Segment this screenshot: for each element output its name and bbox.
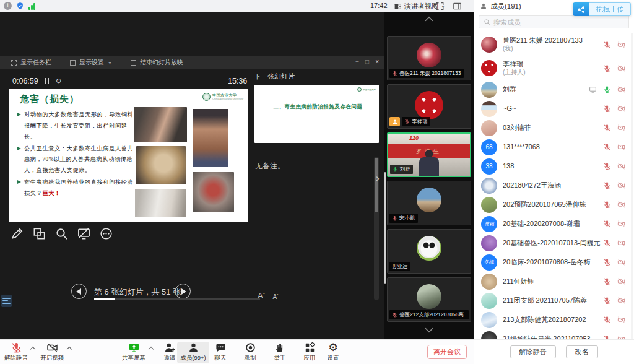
member-row[interactable]: 2021804272王海涵 [474, 176, 634, 195]
leave-meeting-button[interactable]: 离开会议 [427, 345, 467, 359]
info-icon[interactable]: i [4, 2, 12, 10]
video-options-chevron[interactable] [67, 346, 72, 351]
camera-off-icon[interactable] [617, 105, 625, 113]
mic-muted-icon[interactable] [603, 277, 611, 285]
mic-muted-icon[interactable] [603, 41, 611, 49]
camera-off-icon[interactable] [617, 220, 625, 228]
layout-icon[interactable] [452, 1, 462, 11]
mic-muted-icon[interactable] [603, 105, 611, 113]
scrollbar-thumb[interactable] [375, 158, 378, 212]
start-video-button[interactable]: 开启视频 [36, 342, 68, 362]
scroll-down-chevron-icon[interactable] [423, 327, 435, 334]
camera-off-icon[interactable] [617, 143, 625, 151]
member-row[interactable]: 03刘锦菲 [474, 118, 634, 137]
mic-muted-icon[interactable] [603, 316, 611, 324]
previous-slide-button[interactable] [71, 284, 87, 299]
mic-on-icon[interactable] [603, 85, 611, 93]
black-screen-icon[interactable] [77, 227, 91, 241]
member-search-box[interactable] [479, 15, 629, 28]
mic-muted-icon[interactable] [603, 124, 611, 132]
chat-button[interactable]: 聊天 [204, 342, 237, 362]
mic-muted-icon[interactable] [603, 201, 611, 209]
search-input[interactable] [493, 19, 624, 26]
mic-muted-icon[interactable] [603, 297, 611, 305]
member-row[interactable]: 谢霜 20基础-2020207008-谢霜 [474, 214, 634, 233]
camera-off-icon[interactable] [617, 239, 625, 247]
mic-muted-icon[interactable] [603, 239, 611, 247]
pen-tool-icon[interactable] [10, 227, 24, 241]
expand-panel-chevron-icon[interactable]: › [376, 172, 380, 184]
record-button[interactable]: 录制 [234, 342, 266, 362]
restart-timer-icon[interactable]: ↻ [55, 77, 61, 85]
member-row[interactable]: 李祥瑞(主持人) [474, 56, 634, 80]
camera-off-icon[interactable] [617, 297, 625, 305]
current-slide[interactable]: 危害（损失） 中国农业大学China Agricultural Universi… [9, 89, 248, 222]
camera-off-icon[interactable] [617, 41, 625, 49]
member-row[interactable]: 68 131****7068 [474, 137, 634, 157]
unmute-button[interactable]: 解除静音 [510, 345, 556, 358]
network-signal-icon[interactable] [28, 2, 35, 10]
video-tile[interactable]: 毋亚运 [387, 229, 471, 274]
camera-off-icon[interactable] [617, 85, 625, 93]
share-screen-button[interactable]: 共享屏幕 [118, 342, 150, 362]
fullscreen-icon[interactable] [435, 1, 445, 11]
camera-off-icon[interactable] [617, 162, 625, 170]
minimize-icon[interactable]: − [355, 58, 359, 65]
member-row[interactable]: 20基础兽医-2020107013-闫巍元 [474, 233, 634, 253]
member-row[interactable]: 冬梅 20临床-20201070808-岳冬梅 [474, 253, 634, 272]
member-row[interactable]: 兽医211 朱媛 2021807133(我) [474, 33, 634, 56]
camera-off-icon[interactable] [617, 335, 625, 339]
member-row[interactable]: 21级预防朱晨光 2021107053 [474, 329, 634, 339]
close-icon[interactable]: × [375, 58, 379, 65]
camera-off-icon[interactable] [617, 258, 625, 266]
more-options-icon[interactable] [99, 227, 113, 241]
drag-upload-badge[interactable]: 拖拽上传 [573, 2, 631, 16]
video-tile[interactable]: 兽医211 朱媛 2021807133 [387, 36, 471, 80]
camera-off-icon[interactable] [617, 124, 625, 132]
mic-muted-icon[interactable] [603, 64, 611, 72]
mic-muted-icon[interactable] [603, 143, 611, 151]
rename-button[interactable]: 改名 [566, 345, 598, 358]
pause-timer-icon[interactable] [45, 78, 50, 84]
taskbar-list-icon[interactable] [1, 295, 12, 307]
camera-off-icon[interactable] [617, 277, 625, 285]
mic-muted-icon[interactable] [603, 258, 611, 266]
restore-icon[interactable]: □ [365, 58, 369, 65]
unmute-toolbar-button[interactable]: 解除静音 [0, 342, 32, 362]
mic-muted-icon[interactable] [603, 162, 611, 170]
decrease-font-button[interactable]: Aˇ [273, 293, 279, 300]
mic-muted-icon[interactable] [603, 181, 611, 189]
share-options-chevron[interactable] [149, 346, 154, 351]
video-tile[interactable]: 李祥瑞 [387, 84, 471, 129]
raise-hand-button[interactable]: 举手 [264, 342, 296, 362]
member-row[interactable]: 213支部陈健芃2021807202 [474, 310, 634, 329]
member-row[interactable]: 211团支部 2021107057陈蓉 [474, 291, 634, 310]
member-row[interactable]: 211何妍钰 [474, 272, 634, 291]
increase-font-button[interactable]: A^ [258, 291, 265, 300]
security-shield-icon[interactable] [16, 2, 24, 10]
zoom-slide-icon[interactable] [54, 227, 69, 241]
member-row[interactable]: 202预防2020107065潘仰栋 [474, 195, 634, 214]
mic-options-chevron[interactable] [30, 346, 35, 351]
video-tile-active-speaker[interactable]: 120 罗清生 刘群 [387, 132, 471, 177]
next-slide-button[interactable] [175, 284, 191, 299]
camera-off-icon[interactable] [617, 316, 625, 324]
camera-off-icon[interactable] [617, 201, 625, 209]
mic-muted-icon[interactable] [603, 335, 611, 339]
video-strip-scrollbar[interactable] [384, 172, 386, 284]
end-slideshow-button[interactable]: 结束幻灯片放映 [131, 58, 183, 67]
member-list-scrollbar[interactable] [631, 33, 633, 339]
video-tile[interactable]: 宋小凯 [387, 181, 471, 225]
next-slide-preview[interactable]: 中国农业大学 二、寄生虫病的防治措施及存在问题 [254, 85, 379, 143]
scroll-up-chevron-icon[interactable] [423, 15, 435, 22]
video-tile[interactable]: 兽医212支部2021207056葛… [387, 277, 471, 322]
see-all-slides-icon[interactable] [32, 227, 46, 241]
camera-off-icon[interactable] [617, 181, 625, 189]
display-settings-button[interactable]: 显示设置▼ [70, 58, 112, 67]
member-row[interactable]: 38 138 [474, 157, 634, 176]
mic-muted-icon[interactable] [603, 220, 611, 228]
member-row[interactable]: ~G~ [474, 99, 634, 118]
camera-off-icon[interactable] [617, 64, 625, 72]
show-taskbar-button[interactable]: 显示任务栏 [11, 58, 51, 67]
member-row[interactable]: 刘群 [474, 80, 634, 99]
